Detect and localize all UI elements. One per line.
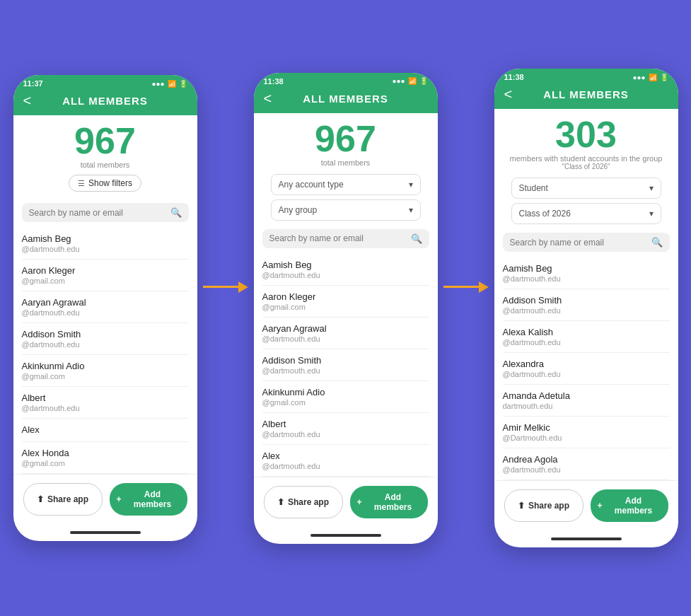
member-email: @dartmouth.edu	[22, 404, 189, 412]
show-filters-label: Show filters	[88, 178, 132, 188]
footer-3: ⬆ Share app + Add members	[494, 480, 678, 533]
wifi-icon-3: 📶	[649, 74, 657, 81]
list-item[interactable]: Albert @dartmouth.edu	[22, 387, 189, 419]
header-2: < ALL MEMBERS	[254, 88, 438, 113]
list-item[interactable]: Alex Honda @gmail.com	[22, 442, 189, 474]
member-email: @dartmouth.edu	[262, 366, 429, 375]
search-input-3[interactable]	[510, 238, 651, 248]
member-email: @dartmouth.edu	[503, 306, 670, 315]
member-name: Alexandra	[503, 359, 670, 369]
add-members-button-1[interactable]: + Add members	[110, 483, 187, 516]
list-item[interactable]: Aamish Beg @dartmouth.edu	[503, 257, 670, 289]
class-year-dropdown[interactable]: Class of 2026 ▾	[511, 203, 661, 224]
student-type-dropdown[interactable]: Student ▾	[511, 178, 661, 199]
search-box-1[interactable]: 🔍	[22, 203, 189, 222]
search-box-3[interactable]: 🔍	[503, 233, 670, 252]
class-year-label: Class of 2026	[519, 209, 571, 219]
list-item[interactable]: Alex	[22, 419, 189, 442]
status-icons-3: ●●● 📶 🔋	[632, 74, 668, 81]
search-icon-1: 🔍	[170, 207, 182, 218]
arrow-line-1	[203, 286, 238, 288]
back-button-1[interactable]: <	[23, 93, 32, 109]
member-name: Aamish Beg	[503, 263, 670, 274]
member-name: Andrea Agola	[503, 454, 670, 465]
list-item[interactable]: Andrea Agola @dartmouth.edu	[503, 448, 670, 480]
member-name: Addison Smith	[503, 295, 670, 306]
list-item[interactable]: Aaryan Agrawal @dartmouth.edu	[22, 291, 189, 323]
list-item[interactable]: Alex @dartmouth.edu	[262, 445, 429, 477]
search-icon-2: 🔍	[411, 233, 422, 244]
search-icon-3: 🔍	[651, 237, 663, 248]
status-bar-1: 11:37 ●●● 📶 🔋	[13, 75, 197, 91]
phone-3: 11:38 ●●● 📶 🔋 < ALL MEMBERS 303 members …	[494, 69, 678, 547]
account-type-label: Any account type	[279, 180, 344, 190]
group-label: Any group	[279, 205, 318, 215]
arrow-shape-2	[443, 281, 489, 293]
big-count-3: 303	[504, 116, 668, 153]
list-item[interactable]: Addison Smith @dartmouth.edu	[262, 349, 429, 381]
dropdown-arrow-1: ▾	[409, 180, 413, 190]
member-email: @dartmouth.edu	[503, 338, 670, 347]
member-email: @gmail.com	[262, 398, 429, 407]
list-item[interactable]: Aaryan Agrawal @dartmouth.edu	[262, 318, 429, 349]
list-item[interactable]: Addison Smith @dartmouth.edu	[503, 289, 670, 321]
member-email: @dartmouth.edu	[262, 335, 429, 343]
share-app-button-1[interactable]: ⬆ Share app	[23, 483, 103, 516]
list-item[interactable]: Amanda Adetula dartmouth.edu	[503, 385, 670, 417]
filters-area-3: Student ▾ Class of 2026 ▾	[494, 175, 678, 230]
list-item[interactable]: Aamish Beg @dartmouth.edu	[22, 228, 189, 260]
add-members-button-2[interactable]: + Add members	[350, 486, 428, 518]
count-label-1: total members	[23, 161, 187, 169]
back-button-3[interactable]: <	[504, 86, 513, 103]
time-3: 11:38	[504, 73, 524, 81]
list-item[interactable]: Albert @dartmouth.edu	[262, 413, 429, 445]
member-email: @dartmouth.edu	[503, 370, 670, 378]
list-item[interactable]: Alexa Kalish @dartmouth.edu	[503, 321, 670, 353]
group-dropdown[interactable]: Any group ▾	[271, 199, 421, 221]
add-label-2: Add members	[366, 492, 421, 512]
member-name: Addison Smith	[22, 329, 189, 339]
member-email: @gmail.com	[262, 303, 429, 311]
member-name: Alex	[22, 424, 189, 435]
filters-area-2: Any account type ▾ Any group ▾	[254, 171, 438, 226]
member-email: @dartmouth.edu	[262, 430, 429, 438]
header-1: < ALL MEMBERS	[13, 91, 197, 115]
share-icon-2: ⬆	[277, 497, 284, 507]
list-item[interactable]: Akinkunmi Adio @gmail.com	[22, 355, 189, 387]
list-item[interactable]: Akinkunmi Adio @gmail.com	[262, 381, 429, 413]
status-bar-2: 11:38 ●●● 📶 🔋	[254, 73, 438, 88]
phone-2: 11:38 ●●● 📶 🔋 < ALL MEMBERS 967 total me…	[254, 73, 438, 544]
list-item[interactable]: Alexandra @dartmouth.edu	[503, 353, 670, 385]
list-item[interactable]: Amir Melkic @Dartmouth.edu	[503, 417, 670, 448]
header-title-3: ALL MEMBERS	[543, 88, 629, 100]
back-button-2[interactable]: <	[264, 91, 272, 107]
battery-icon-3: 🔋	[660, 74, 668, 81]
signal-icon-1: ●●●	[151, 80, 164, 88]
member-email: @gmail.com	[22, 459, 189, 467]
member-email: @dartmouth.edu	[503, 274, 670, 283]
arrow-head-1	[238, 281, 248, 293]
list-item[interactable]: Aamish Beg @dartmouth.edu	[262, 254, 429, 286]
footer-2: ⬆ Share app + Add members	[254, 477, 438, 530]
add-members-button-3[interactable]: + Add members	[591, 489, 668, 522]
share-app-button-2[interactable]: ⬆ Share app	[264, 486, 343, 518]
search-input-1[interactable]	[29, 208, 170, 218]
member-email: @Dartmouth.edu	[503, 434, 670, 442]
list-item[interactable]: Aaron Kleger @gmail.com	[22, 260, 189, 291]
wifi-icon-1: 📶	[168, 80, 176, 88]
arrow-shape-1	[203, 281, 248, 293]
add-label-3: Add members	[606, 496, 661, 516]
search-box-2[interactable]: 🔍	[262, 229, 429, 248]
time-1: 11:37	[23, 79, 43, 88]
member-email: dartmouth.edu	[503, 402, 670, 410]
dropdown-arrow-4: ▾	[649, 209, 654, 219]
member-email: @dartmouth.edu	[22, 245, 189, 253]
list-item[interactable]: Aaron Kleger @gmail.com	[262, 286, 429, 318]
wifi-icon-2: 📶	[408, 77, 417, 85]
search-input-2[interactable]	[269, 233, 411, 243]
show-filters-button[interactable]: ☰ Show filters	[69, 175, 141, 192]
list-item[interactable]: Addison Smith @dartmouth.edu	[22, 323, 189, 355]
share-app-button-3[interactable]: ⬆ Share app	[504, 489, 583, 522]
add-icon-1: +	[117, 494, 122, 504]
account-type-dropdown[interactable]: Any account type ▾	[271, 174, 421, 195]
